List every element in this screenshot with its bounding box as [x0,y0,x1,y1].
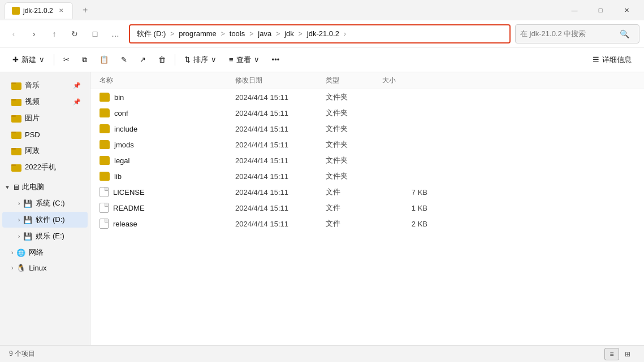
sidebar-item-music[interactable]: 音乐 📌 [2,77,88,93]
address-bar: ‹ › ↑ ↻ □ … 软件 (D:) > programme > tools … [0,20,644,47]
sidebar-item-d-drive[interactable]: › 💾 软件 (D:) [2,212,88,228]
table-row[interactable]: LICENSE 2024/4/14 15:11 文件 7 KB [90,184,644,200]
pin-icon-2: 📌 [73,98,81,106]
more-button[interactable]: ••• [266,53,286,67]
file-list-header: 名称 修改日期 类型 大小 [90,72,644,89]
sidebar-item-psd[interactable]: PSD [2,127,88,142]
breadcrumb[interactable]: 软件 (D:) > programme > tools > java > jdk… [129,24,511,43]
sidebar-item-network[interactable]: › 🌐 网络 [2,245,88,260]
breadcrumb-drive[interactable]: 软件 (D:) [135,28,168,40]
sidebar-item-linux[interactable]: › 🐧 Linux [2,261,88,275]
new-label: 新建 [21,55,36,65]
view-button[interactable]: ≡ 查看 ∨ [223,52,265,68]
table-row[interactable]: jmods 2024/4/14 15:11 文件夹 [90,137,644,152]
file-date-jmods: 2024/4/14 15:11 [235,141,326,149]
sidebar-item-e-drive[interactable]: › 💾 娱乐 (E:) [2,228,88,244]
pin-icon: 📌 [73,82,81,89]
refresh-button[interactable]: ↻ [66,25,84,43]
sort-button[interactable]: ⇅ 排序 ∨ [179,52,222,68]
tab-close-button[interactable]: ✕ [57,6,66,15]
new-button[interactable]: ✚ 新建 ∨ [7,52,50,68]
sidebar-item-azheng[interactable]: 阿政 [2,143,88,159]
chevron-right-icon-net: › [11,250,13,256]
psd-folder-icon [11,129,21,139]
rename-button[interactable]: ✎ [115,53,133,67]
copy-button[interactable]: ⧉ [76,53,93,67]
list-view-button[interactable]: ≡ [604,348,619,360]
file-name-bin: bin [114,93,124,102]
table-row[interactable]: README 2024/4/14 15:11 文件 1 KB [90,200,644,216]
file-type-lib: 文件夹 [326,171,382,181]
search-icon: 🔍 [620,29,629,38]
preview-button[interactable]: □ [86,25,104,43]
back-button[interactable]: ‹ [5,25,23,43]
tab-folder-icon [12,7,20,15]
sidebar-2022phone-label: 2022手机 [25,162,56,172]
cut-button[interactable]: ✂ [58,53,75,67]
more-icon: ••• [272,55,280,64]
sidebar: 音乐 📌 视频 📌 图片 PSD 阿政 [0,72,90,345]
sidebar-item-video[interactable]: 视频 📌 [2,94,88,110]
sidebar-item-c-drive[interactable]: › 💾 系统 (C:) [2,195,88,211]
more-nav-button[interactable]: … [106,25,124,43]
file-name-readme: README [113,204,145,212]
paste-button[interactable]: 📋 [94,53,114,67]
title-bar-left: jdk-21.0.2 ✕ + [5,2,93,19]
header-date: 修改日期 [235,76,326,85]
table-row[interactable]: release 2024/4/14 15:11 文件 2 KB [90,216,644,232]
file-type-bin: 文件夹 [326,92,382,102]
share-button[interactable]: ↗ [134,53,152,67]
file-date-lib: 2024/4/14 15:11 [235,172,326,181]
chevron-down-icon: ▼ [5,184,10,190]
file-name-legal: legal [114,156,129,165]
file-type-license: 文件 [326,187,382,197]
table-row[interactable]: legal 2024/4/14 15:11 文件夹 [90,152,644,168]
search-box[interactable]: 🔍 [515,24,639,43]
view-buttons: ≡ ⊞ [604,348,635,360]
search-input[interactable] [520,29,616,38]
svg-rect-1 [11,82,16,84]
breadcrumb-java[interactable]: java [256,28,274,39]
maximize-button[interactable]: □ [587,1,613,19]
paste-icon: 📋 [100,55,109,64]
phone-folder-icon [11,162,21,172]
delete-button[interactable]: 🗑 [153,53,171,67]
table-row[interactable]: conf 2024/4/14 15:11 文件夹 [90,105,644,121]
minimize-button[interactable]: — [561,1,587,19]
table-row[interactable]: include 2024/4/14 15:11 文件夹 [90,121,644,137]
file-type-readme: 文件 [326,203,382,213]
sidebar-d-drive-label: 软件 (D:) [36,215,64,225]
detail-view-button[interactable]: ⊞ [620,348,635,360]
sidebar-item-2022phone[interactable]: 2022手机 [2,159,88,175]
share-icon: ↗ [140,55,146,64]
file-size-license: 7 KB [382,188,427,197]
sidebar-psd-label: PSD [25,130,40,139]
table-row[interactable]: bin 2024/4/14 15:11 文件夹 [90,89,644,105]
detail-button[interactable]: ☰ 详细信息 [587,52,637,68]
tab-jdk[interactable]: jdk-21.0.2 ✕ [5,2,73,19]
detail-icon: ☰ [593,55,599,64]
close-button[interactable]: ✕ [613,1,639,19]
rename-icon: ✎ [121,55,127,64]
toolbar: ✚ 新建 ∨ ✂ ⧉ 📋 ✎ ↗ 🗑 ⇅ 排序 ∨ ≡ 查看 ∨ ••• ☰ 详… [0,47,644,72]
table-row[interactable]: lib 2024/4/14 15:11 文件夹 [90,168,644,184]
forward-button[interactable]: › [25,25,43,43]
video-folder-icon [11,97,21,107]
up-button[interactable]: ↑ [45,25,63,43]
breadcrumb-tools[interactable]: tools [227,28,247,39]
new-tab-button[interactable]: + [77,2,93,18]
file-type-jmods: 文件夹 [326,139,382,150]
sidebar-e-drive-label: 娱乐 (E:) [36,231,64,241]
breadcrumb-jdk-version[interactable]: jdk-21.0.2 [305,28,342,39]
sidebar-pictures-label: 图片 [25,113,40,123]
svg-rect-11 [11,164,16,166]
tab-label: jdk-21.0.2 [23,7,53,15]
sort-icon: ⇅ [184,55,191,64]
breadcrumb-jdk[interactable]: jdk [282,28,296,39]
breadcrumb-programme[interactable]: programme [176,28,218,39]
breadcrumb-tools-label: tools [230,29,245,38]
sidebar-this-pc[interactable]: ▼ 🖥 此电脑 [0,179,90,195]
e-drive-icon: 💾 [23,232,32,241]
file-name-include: include [114,125,137,133]
sidebar-item-pictures[interactable]: 图片 [2,110,88,126]
